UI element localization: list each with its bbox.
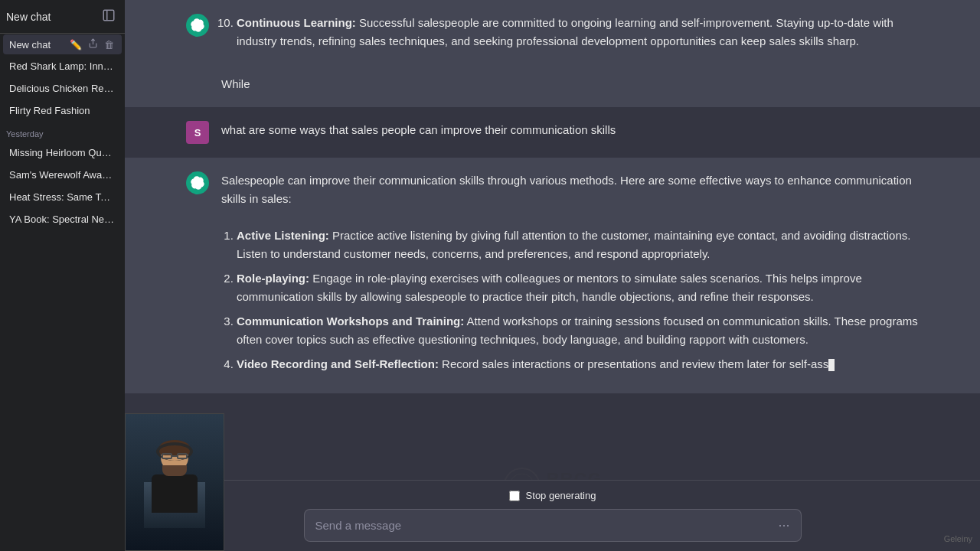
webcam-overlay (125, 413, 224, 551)
gpt-avatar-2 (186, 171, 209, 194)
message-block-assistant-2: Salespeople can improve their communicat… (125, 158, 980, 393)
sidebar-item-werewolf[interactable]: Sam's Werewolf Awakening (3, 165, 122, 185)
list-item-1: Active Listening: Practice active listen… (237, 227, 919, 263)
sidebar-item-heirloom[interactable]: Missing Heirloom Quest. (3, 142, 122, 163)
user-message-text: what are some ways that sales people can… (221, 121, 919, 139)
message-input[interactable] (315, 519, 779, 532)
input-area: Stop generating ··· (125, 480, 980, 551)
input-options-btn[interactable]: ··· (778, 517, 789, 533)
assistant-message-content-2: Salespeople can improve their communicat… (221, 171, 919, 380)
section-yesterday: Yesterday (0, 122, 125, 142)
assistant-intro: Salespeople can improve their communicat… (221, 171, 919, 208)
user-avatar: S (186, 121, 209, 144)
user-message-content: what are some ways that sales people can… (221, 121, 919, 139)
geleiny-badge: Geleiny (944, 534, 972, 543)
stop-generating-label[interactable]: Stop generating (526, 490, 596, 501)
sidebar-item-red-shark[interactable]: Red Shark Lamp: Innovative I… (3, 56, 122, 77)
delete-chat-btn[interactable]: 🗑 (103, 38, 116, 51)
edit-chat-btn[interactable]: ✏️ (68, 38, 83, 51)
stop-generating-row: Stop generating (509, 490, 596, 501)
person-silhouette (144, 436, 205, 528)
sidebar-item-heat[interactable]: Heat Stress: Same Terms (3, 187, 122, 207)
message-block-1: Continuous Learning: Successful salespeo… (125, 0, 980, 107)
message-content-1: Continuous Learning: Successful salespeo… (221, 14, 919, 93)
list-item-4: Video Recording and Self-Reflection: Rec… (237, 355, 919, 373)
sidebar-header: New chat (0, 0, 125, 34)
svg-rect-0 (103, 10, 114, 21)
new-chat-icon-btn[interactable] (99, 7, 119, 27)
sidebar-item-chicken[interactable]: Delicious Chicken Recipe (3, 78, 122, 99)
user-avatar-letter: S (194, 127, 201, 139)
gpt-avatar-1 (186, 14, 209, 37)
chat-item-actions: ✏️ 🗑 (68, 38, 116, 51)
streaming-cursor (828, 359, 835, 371)
sidebar-item-ya-book[interactable]: YA Book: Spectral Nexus (3, 209, 122, 230)
active-chat-text: New chat (9, 39, 68, 51)
active-chat-item[interactable]: New chat ✏️ 🗑 (3, 34, 122, 54)
share-chat-btn[interactable] (87, 38, 100, 51)
webcam-person (126, 414, 224, 550)
stop-checkbox[interactable] (509, 491, 520, 501)
main-content: Continuous Learning: Successful salespeo… (125, 0, 980, 551)
chat-area[interactable]: Continuous Learning: Successful salespeo… (125, 0, 980, 480)
message-block-user: S what are some ways that sales people c… (125, 107, 980, 158)
new-chat-header-label: New chat (6, 11, 51, 23)
list-item-3: Communication Workshops and Training: At… (237, 312, 919, 349)
message-input-row: ··· (304, 509, 802, 542)
list-item-2: Role-playing: Engage in role-playing exe… (237, 269, 919, 306)
sidebar: New chat New chat ✏️ 🗑 Red Shark Lamp: I… (0, 0, 125, 551)
sidebar-item-fashion[interactable]: Flirty Red Fashion (3, 100, 122, 121)
